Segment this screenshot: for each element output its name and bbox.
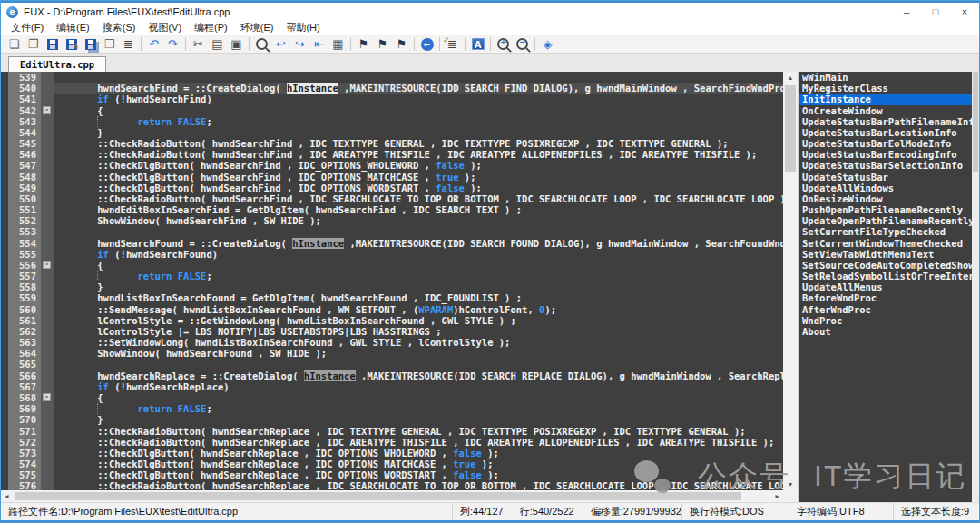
close-button[interactable]: × <box>950 3 979 21</box>
goto-icon[interactable]: ⇤ <box>309 36 328 53</box>
menu-edit[interactable]: 编辑(E) <box>50 21 96 35</box>
replace-icon[interactable]: ▦ <box>328 36 348 53</box>
menu-help[interactable]: 帮助(H) <box>279 21 326 35</box>
menu-program[interactable]: 编程(P) <box>188 21 234 35</box>
code-line[interactable]: 557 return FALSE; <box>1 271 783 281</box>
code-line[interactable]: 573 ::CheckDlgButton( hwndSearchReplace … <box>1 448 783 459</box>
sidebar-item-myregisterclass[interactable]: MyRegisterClass <box>799 83 972 94</box>
symbol-list-scrollbar[interactable] <box>972 72 979 502</box>
code-line[interactable]: 545 ::CheckRadioButton( hwndSearchFind ,… <box>1 138 783 149</box>
sidebar-item-updatestatusbarselectioninfo[interactable]: UpdateStatusBarSelectionInfo <box>799 160 972 171</box>
sidebar-item-setviewtabwidthmenutext[interactable]: SetViewTabWidthMenuText <box>799 249 972 260</box>
menu-environment[interactable]: 环境(E) <box>234 21 280 35</box>
bookmark-next-icon[interactable]: ⚑ <box>392 36 411 53</box>
scroll-down-arrow[interactable]: ▾ <box>783 479 798 490</box>
fold-collapse-icon[interactable]: - <box>43 106 51 114</box>
code-line[interactable]: 576 ::CheckRadioButton( hwndSearchReplac… <box>1 480 783 490</box>
code-line[interactable]: 553 <box>1 226 783 237</box>
code-line[interactable]: 551 hwndEditBoxInSearchFind = GetDlgItem… <box>1 204 783 215</box>
menu-view[interactable]: 视图(V) <box>142 21 188 35</box>
code-line[interactable]: 569 return FALSE; <box>1 403 783 414</box>
code-line[interactable]: 570 } <box>1 414 783 425</box>
code-line[interactable]: 568- { <box>1 392 783 403</box>
sidebar-item-setreloadsymbollistortreeinterva[interactable]: SetReloadSymbolListOrTreeInterva <box>799 271 972 281</box>
sidebar-item-updateallwindows[interactable]: UpdateAllWindows <box>799 183 972 193</box>
syntax-highlight-icon[interactable]: A <box>468 36 487 53</box>
menu-search[interactable]: 搜索(S) <box>96 21 142 35</box>
sidebar-item-beforewndproc[interactable]: BeforeWndProc <box>799 292 972 303</box>
zoom-in-icon[interactable] <box>494 36 513 53</box>
sidebar-item-oncreatewindow[interactable]: OnCreateWindow <box>799 105 972 116</box>
code-line[interactable]: 571 ::CheckRadioButton( hwndSearchReplac… <box>1 426 783 437</box>
code-line[interactable]: 563 ::SetWindowLong( hwndListBoxInSearch… <box>1 337 783 348</box>
code-line[interactable]: 572 ::CheckRadioButton( hwndSearchReplac… <box>1 437 783 448</box>
code-line[interactable]: 566 hwndSearchReplace = ::CreateDialog( … <box>1 370 783 381</box>
code-line[interactable]: 548 ::CheckDlgButton( hwndSearchFind , I… <box>1 172 783 183</box>
copy-icon[interactable]: ▤ <box>208 36 227 53</box>
sidebar-item-updatestatusbareolmodeinfo[interactable]: UpdateStatusBarEolModeInfo <box>799 138 972 149</box>
code-line[interactable]: 543 return FALSE; <box>1 116 783 127</box>
code-line[interactable]: 546 ::CheckRadioButton( hwndSearchFind ,… <box>1 149 783 160</box>
code-line[interactable]: 555 if (!hwndSearchFound) <box>1 249 783 260</box>
sidebar-item-pushopenpathfilenamerecently[interactable]: PushOpenPathFilenameRecently <box>799 204 972 215</box>
sidebar-item-updatestatusbar[interactable]: UpdateStatusBar <box>799 172 972 183</box>
symbol-list-scroll-thumb[interactable] <box>973 72 978 172</box>
undo-icon[interactable]: ↶ <box>144 36 163 53</box>
paste-icon[interactable]: ▣ <box>227 36 246 53</box>
scroll-left-arrow[interactable]: ◂ <box>1 490 13 502</box>
sidebar-item-setcurrentwindowthemechecked[interactable]: SetCurrentWindowThemeChecked <box>799 238 972 249</box>
code-line[interactable]: 556- { <box>1 260 783 271</box>
code-line[interactable]: 559 hwndListBoxInSearchFound = GetDlgIte… <box>1 292 783 303</box>
save-all-icon[interactable] <box>81 36 100 53</box>
sidebar-item-setsourcecodeautocompletedshowaf[interactable]: SetSourceCodeAutoCompletedShowAf <box>799 260 972 271</box>
find-icon[interactable] <box>252 36 271 53</box>
scroll-up-arrow[interactable]: ▴ <box>783 72 798 84</box>
code-line[interactable]: 554 hwndSearchFound = ::CreateDialog( hI… <box>1 238 783 249</box>
code-line[interactable]: 544 } <box>1 127 783 138</box>
bookmark-previous-icon[interactable]: ⚑ <box>373 36 392 53</box>
sidebar-item-updateopenpathfilenamerecently[interactable]: UpdateOpenPathFilenameRecently <box>799 215 972 226</box>
close-file-icon[interactable]: ❒ <box>100 36 119 53</box>
open-file-icon[interactable]: ❐ <box>24 36 43 53</box>
sidebar-item-updateallmenus[interactable]: UpdateAllMenus <box>799 281 972 292</box>
horizontal-scrollbar[interactable]: ◂ ▸ <box>1 490 783 502</box>
save-as-icon[interactable]: ✎ <box>62 36 81 53</box>
code-line[interactable]: 552 ShowWindow( hwndSearchFind , SW_HIDE… <box>1 215 783 226</box>
code-line[interactable]: 562 lControlStyle |= LBS_NOTIFY|LBS_USET… <box>1 326 783 337</box>
line-list-icon[interactable]: ≣ <box>119 36 138 53</box>
code-line[interactable]: 574 ::CheckDlgButton( hwndSearchReplace … <box>1 459 783 469</box>
code-line[interactable]: 561 lControlStyle = ::GetWindowLong( hwn… <box>1 315 783 326</box>
sidebar-item-initinstance[interactable]: InitInstance <box>799 94 972 104</box>
back-icon[interactable]: ← <box>417 36 436 53</box>
redo-icon[interactable]: ↷ <box>163 36 182 53</box>
sidebar-item-wwinmain[interactable]: wWinMain <box>799 72 972 83</box>
code-line[interactable]: 541 if (!hwndSearchFind) <box>1 94 783 104</box>
code-line[interactable]: 564 ShowWindow( hwndSearchFound , SW_HID… <box>1 348 783 359</box>
sidebar-item-updatestatusbarlocationinfo[interactable]: UpdateStatusBarLocationInfo <box>799 127 972 138</box>
sidebar-item-updatestatusbarpathfilenameinfo[interactable]: UpdateStatusBarPathFilenameInfo <box>799 116 972 127</box>
vertical-scroll-thumb[interactable] <box>785 85 796 172</box>
sidebar-item-updatestatusbarencodinginfo[interactable]: UpdateStatusBarEncodingInfo <box>799 149 972 160</box>
code-line[interactable]: 542- { <box>1 105 783 116</box>
code-line[interactable]: 540 hwndSearchFind = ::CreateDialog( hIn… <box>1 83 783 94</box>
vertical-scrollbar[interactable]: ▴ ▾ <box>783 72 798 490</box>
sidebar-item-about[interactable]: About <box>799 326 972 337</box>
sidebar-item-afterwndproc[interactable]: AfterWndProc <box>799 304 972 315</box>
about-icon[interactable]: ◈ <box>538 36 557 53</box>
code-line[interactable]: 567 if (!hwndSearchReplace) <box>1 381 783 392</box>
fold-collapse-icon[interactable]: - <box>43 393 51 401</box>
zoom-out-icon[interactable] <box>513 36 532 53</box>
save-icon[interactable] <box>43 36 62 53</box>
code-line[interactable]: 565 <box>1 359 783 370</box>
minimize-button[interactable]: – <box>892 3 921 21</box>
horizontal-scroll-thumb[interactable] <box>15 492 741 500</box>
code-line[interactable]: 575 ::CheckDlgButton( hwndSearchReplace … <box>1 469 783 480</box>
find-previous-icon[interactable]: ↩ <box>271 36 290 53</box>
code-area[interactable]: 539540 hwndSearchFind = ::CreateDialog( … <box>1 72 783 490</box>
code-line[interactable]: 539 <box>1 72 783 83</box>
tab-editultra-cpp[interactable]: EditUltra.cpp <box>8 56 106 72</box>
cut-icon[interactable]: ✂ <box>189 36 208 53</box>
find-next-icon[interactable]: ↪ <box>290 36 309 53</box>
maximize-button[interactable]: □ <box>921 3 950 21</box>
bookmark-icon[interactable]: ⚑ <box>354 36 373 53</box>
